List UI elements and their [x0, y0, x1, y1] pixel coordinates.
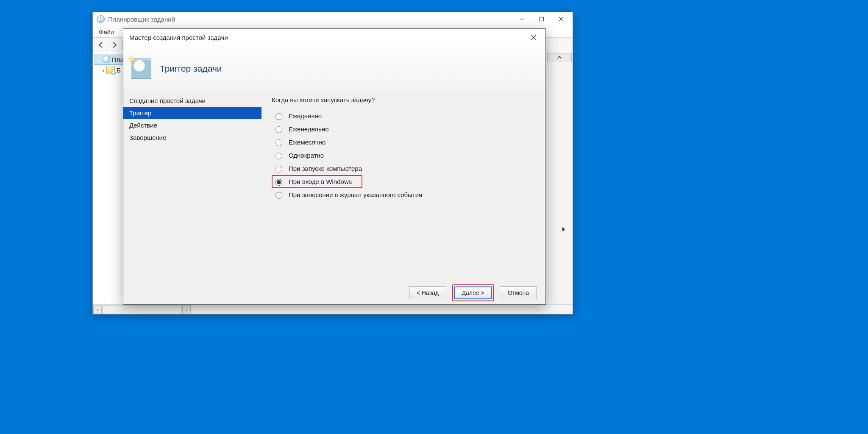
create-task-wizard: Мастер создания простой задачи Триггер з…: [123, 28, 546, 305]
wizard-steps: Создание простой задачи Триггер Действие…: [123, 92, 262, 281]
radio-monthly[interactable]: Ежемесячно: [272, 136, 537, 149]
radio-once-label: Однократно: [289, 152, 324, 159]
next-button-highlight: Далее >: [452, 284, 494, 301]
menu-file[interactable]: Файл: [95, 28, 118, 36]
statusbar: [93, 304, 573, 314]
expander-icon[interactable]: ›: [100, 67, 106, 74]
radio-startup-label: При запуске компьютера: [289, 165, 362, 172]
close-button[interactable]: [525, 31, 542, 44]
radio-weekly-input[interactable]: [275, 126, 282, 133]
step-create[interactable]: Создание простой задачи: [123, 95, 262, 107]
step-trigger[interactable]: Триггер: [123, 107, 262, 119]
radio-logon-input[interactable]: [275, 179, 282, 186]
radio-once-input[interactable]: [275, 153, 282, 159]
nav-back-button[interactable]: [95, 39, 107, 51]
cancel-button[interactable]: Отмена: [500, 287, 537, 299]
radio-startup[interactable]: При запуске компьютера: [272, 162, 537, 175]
radio-weekly-label: Еженедельно: [289, 125, 328, 133]
wizard-page-title: Триггер задачи: [160, 64, 222, 74]
wizard-header: Триггер задачи: [123, 46, 545, 92]
folder-icon: [106, 66, 115, 74]
maximize-button[interactable]: [532, 13, 551, 25]
titlebar[interactable]: Планировщик заданий: [93, 12, 573, 26]
step-action[interactable]: Действие: [123, 119, 262, 131]
scroll-track[interactable]: [102, 306, 182, 314]
minimize-button[interactable]: [512, 13, 532, 25]
radio-daily-input[interactable]: [275, 113, 282, 120]
radio-daily-label: Ежедневно: [289, 112, 322, 120]
nav-forward-button[interactable]: [108, 39, 121, 51]
wizard-titlebar[interactable]: Мастер создания простой задачи: [123, 29, 545, 46]
wizard-icon: [131, 58, 151, 79]
scroll-right-icon[interactable]: [182, 306, 191, 314]
svg-rect-1: [540, 17, 544, 21]
tree-lib-label: Б: [117, 67, 121, 74]
window-title: Планировщик заданий: [108, 16, 175, 23]
radio-event-label: При занесении в журнал указанного событи…: [289, 191, 422, 198]
radio-once[interactable]: Однократно: [272, 149, 537, 162]
actions-pane: [546, 52, 573, 305]
trigger-options: Когда вы хотите запускать задачу? Ежедне…: [262, 92, 545, 281]
back-button[interactable]: < Назад: [409, 287, 446, 299]
scroll-left-icon[interactable]: [93, 306, 102, 314]
radio-logon[interactable]: При входе в Windows: [272, 175, 362, 188]
clock-icon: [103, 56, 110, 63]
radio-weekly[interactable]: Еженедельно: [272, 122, 537, 136]
radio-logon-label: При входе в Windows: [289, 178, 352, 185]
wizard-footer: < Назад Далее > Отмена: [123, 281, 545, 304]
wizard-title: Мастер создания простой задачи: [129, 34, 228, 41]
radio-monthly-input[interactable]: [275, 139, 282, 146]
step-finish[interactable]: Завершение: [123, 131, 262, 144]
trigger-question: Когда вы хотите запускать задачу?: [272, 96, 537, 103]
close-button[interactable]: [551, 13, 571, 25]
scroll-up-button[interactable]: [547, 53, 572, 62]
clock-icon: [97, 15, 105, 23]
radio-monthly-label: Ежемесячно: [289, 139, 326, 146]
chevron-right-icon[interactable]: [562, 226, 566, 233]
radio-event[interactable]: При занесении в журнал указанного событи…: [272, 188, 537, 201]
wizard-body: Создание простой задачи Триггер Действие…: [123, 92, 545, 281]
radio-event-input[interactable]: [275, 192, 282, 199]
next-button[interactable]: Далее >: [454, 287, 492, 299]
radio-startup-input[interactable]: [275, 166, 282, 172]
tree-hscroll[interactable]: [93, 305, 191, 314]
radio-daily[interactable]: Ежедневно: [272, 109, 537, 122]
